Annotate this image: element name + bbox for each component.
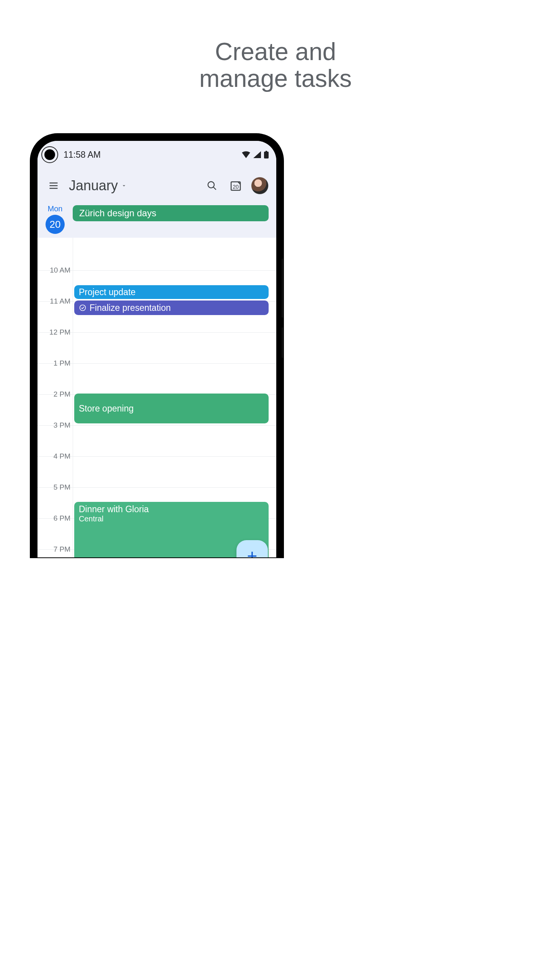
task-check-icon	[79, 304, 86, 312]
hour-label: 12 PM	[37, 328, 70, 336]
hour-line	[37, 270, 276, 271]
create-fab[interactable]: +	[236, 540, 268, 557]
hour-line	[37, 425, 276, 426]
event-title: Project update	[79, 287, 135, 297]
wifi-icon	[242, 151, 250, 158]
svg-point-6	[80, 305, 86, 311]
promo-title: Create and manage tasks	[0, 38, 313, 92]
hamburger-icon	[48, 180, 59, 191]
day-number-badge: 20	[46, 215, 65, 234]
status-icons	[242, 151, 269, 158]
cellular-icon	[253, 151, 261, 158]
hour-label: 3 PM	[37, 421, 70, 430]
hour-label: 10 AM	[37, 266, 70, 274]
hour-label: 4 PM	[37, 452, 70, 461]
today-button[interactable]: 20	[227, 177, 244, 194]
event-subtitle: Central	[79, 514, 264, 523]
allday-event[interactable]: Zürich design days	[73, 205, 269, 221]
event-title: Dinner with Gloria	[79, 504, 149, 514]
hour-label: 1 PM	[37, 359, 70, 368]
battery-icon	[264, 151, 269, 158]
hour-line	[37, 487, 276, 488]
camera-hole	[42, 147, 57, 162]
grid-divider	[73, 238, 73, 557]
event-finalize-presentation[interactable]: Finalize presentation	[74, 301, 269, 315]
menu-button[interactable]	[45, 177, 62, 194]
event-title: Store opening	[79, 403, 134, 414]
hour-label: 5 PM	[37, 483, 70, 492]
app-bar: January 20	[37, 168, 276, 203]
hour-label: 11 AM	[37, 297, 70, 305]
hour-label: 2 PM	[37, 390, 70, 399]
month-label: January	[69, 178, 118, 194]
svg-rect-1	[266, 151, 267, 152]
event-store-opening[interactable]: Store opening	[74, 394, 269, 423]
promo-line1: Create and	[215, 38, 313, 65]
phone-screen: 11:58 AM January	[37, 141, 276, 557]
day-column[interactable]: Mon 20	[37, 203, 73, 234]
svg-rect-0	[264, 152, 269, 158]
status-time: 11:58 AM	[64, 150, 101, 160]
weekday-label: Mon	[48, 204, 63, 213]
chevron-down-icon	[121, 183, 127, 189]
schedule-grid[interactable]: 10 AM11 AM12 PM1 PM2 PM3 PM4 PM5 PM6 PM7…	[37, 238, 276, 557]
power-button	[282, 327, 283, 358]
status-bar: 11:58 AM	[37, 141, 276, 168]
event-project-update[interactable]: Project update	[74, 285, 269, 299]
phone-frame: 11:58 AM January	[31, 134, 283, 557]
event-title: Finalize presentation	[90, 303, 171, 313]
promo-line2: manage tasks	[199, 65, 313, 92]
month-picker[interactable]: January	[69, 178, 127, 194]
allday-area: Zürich design days	[73, 203, 276, 234]
hour-label: 7 PM	[37, 545, 70, 554]
svg-text:20: 20	[233, 184, 239, 190]
allday-event-title: Zürich design days	[79, 208, 156, 218]
account-avatar[interactable]	[251, 177, 269, 194]
calendar-today-icon: 20	[230, 180, 242, 192]
search-button[interactable]	[204, 177, 220, 194]
search-icon	[207, 180, 217, 191]
hour-line	[37, 456, 276, 457]
svg-point-2	[208, 182, 214, 188]
hour-label: 6 PM	[37, 514, 70, 523]
hour-line	[37, 332, 276, 333]
hour-line	[37, 363, 276, 364]
day-header: Mon 20 Zürich design days	[37, 203, 276, 238]
plus-icon: +	[247, 547, 258, 557]
svg-line-3	[214, 187, 216, 190]
volume-button	[282, 258, 283, 318]
